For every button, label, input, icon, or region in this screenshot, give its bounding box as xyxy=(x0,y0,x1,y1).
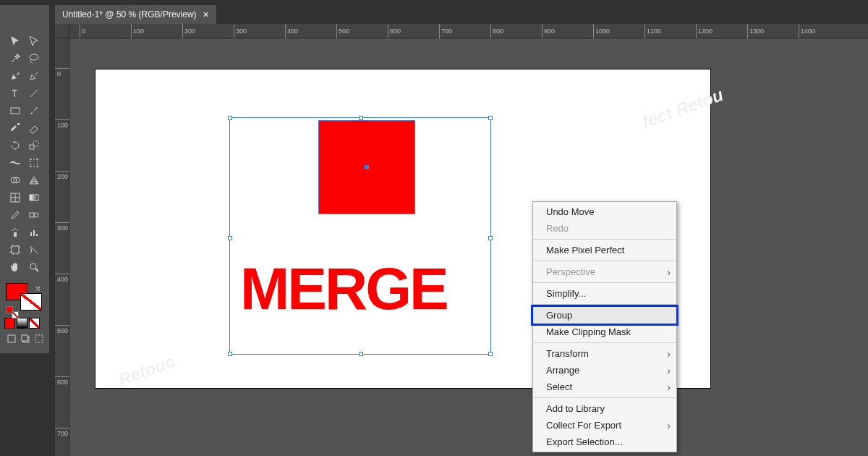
svg-rect-15 xyxy=(30,195,38,200)
ctx-separator xyxy=(533,342,676,343)
ctx-separator xyxy=(533,239,676,240)
svg-rect-7 xyxy=(30,159,38,166)
type-tool[interactable]: T xyxy=(6,85,25,102)
curvature-tool[interactable] xyxy=(25,67,43,85)
horizontal-ruler: 0 100 200 300 400 500 600 700 800 900 10… xyxy=(55,24,868,38)
ctx-make-clipping-mask[interactable]: Make Clipping Mask xyxy=(533,324,676,340)
ctx-transform[interactable]: Transform xyxy=(533,345,676,362)
svg-rect-20 xyxy=(33,230,35,236)
tab-title: Untitled-1* @ 50 % (RGB/Preview) xyxy=(62,9,197,20)
resize-handle-n[interactable] xyxy=(359,116,363,120)
rotate-tool[interactable] xyxy=(6,137,25,154)
ctx-export-selection[interactable]: Export Selection... xyxy=(533,434,676,450)
resize-handle-nw[interactable] xyxy=(228,116,232,120)
ctx-undo[interactable]: Undo Move xyxy=(533,203,676,220)
resize-handle-ne[interactable] xyxy=(488,116,493,120)
ctx-make-pixel-perfect[interactable]: Make Pixel Perfect xyxy=(533,242,676,258)
line-segment-tool[interactable] xyxy=(25,85,43,102)
resize-handle-s[interactable] xyxy=(359,352,363,356)
ctx-redo: Redo xyxy=(533,220,676,237)
perspective-grid-tool[interactable] xyxy=(25,172,43,189)
scale-tool[interactable] xyxy=(25,137,43,154)
direct-selection-tool[interactable] xyxy=(25,33,43,50)
color-mode-icon[interactable] xyxy=(4,318,15,329)
draw-behind-icon[interactable] xyxy=(20,333,30,345)
artboard-tool[interactable] xyxy=(6,241,25,258)
ctx-add-to-library[interactable]: Add to Library xyxy=(533,400,676,417)
svg-rect-22 xyxy=(12,246,19,253)
eraser-tool[interactable] xyxy=(25,119,43,137)
svg-rect-25 xyxy=(8,335,15,342)
watermark-text: fect Retou xyxy=(639,85,726,132)
blend-tool[interactable] xyxy=(25,206,43,224)
magic-wand-tool[interactable] xyxy=(6,50,25,67)
resize-handle-e[interactable] xyxy=(488,236,493,240)
ctx-select[interactable]: Select xyxy=(533,379,676,395)
ctx-collect-for-export[interactable]: Collect For Export xyxy=(533,417,676,434)
column-graph-tool[interactable] xyxy=(25,224,43,241)
draw-normal-icon[interactable] xyxy=(6,333,17,345)
svg-rect-19 xyxy=(30,232,32,236)
ctx-separator xyxy=(533,261,676,261)
svg-text:T: T xyxy=(12,88,18,99)
svg-point-10 xyxy=(30,166,31,167)
pen-tool[interactable] xyxy=(6,67,25,85)
eyedropper-tool[interactable] xyxy=(6,206,25,224)
selection-tool[interactable] xyxy=(6,33,25,50)
canvas-viewport[interactable]: Retouc fect Retou MERGE Undo Move Redo M… xyxy=(69,38,868,456)
svg-rect-28 xyxy=(35,335,43,342)
tool-panel: T ⤭ xyxy=(0,5,49,353)
ctx-arrange[interactable]: Arrange xyxy=(533,362,676,379)
svg-point-23 xyxy=(30,263,36,269)
ctx-separator xyxy=(533,397,676,398)
paintbrush-tool[interactable] xyxy=(25,102,43,119)
lasso-tool[interactable] xyxy=(25,50,43,67)
document-tab[interactable]: Untitled-1* @ 50 % (RGB/Preview) ✕ xyxy=(55,5,216,24)
stroke-swatch[interactable] xyxy=(20,293,42,311)
ctx-simplify[interactable]: Simplify... xyxy=(533,285,676,302)
resize-handle-w[interactable] xyxy=(228,236,232,240)
resize-handle-sw[interactable] xyxy=(228,352,232,356)
svg-point-17 xyxy=(34,213,38,217)
ctx-separator xyxy=(533,304,676,305)
rectangle-tool[interactable] xyxy=(6,102,25,119)
svg-line-2 xyxy=(30,90,38,97)
svg-line-24 xyxy=(35,269,38,271)
ctx-separator xyxy=(533,282,676,283)
svg-point-9 xyxy=(37,159,38,160)
default-fill-stroke-icon-2 xyxy=(12,311,19,318)
gradient-tool[interactable] xyxy=(25,189,43,206)
svg-rect-27 xyxy=(22,335,27,341)
swap-fill-stroke-icon[interactable]: ⤭ xyxy=(35,284,41,292)
close-tab-icon[interactable]: ✕ xyxy=(203,10,209,20)
slice-tool[interactable] xyxy=(25,241,43,258)
svg-point-11 xyxy=(37,166,38,167)
ctx-group[interactable]: Group xyxy=(533,307,676,324)
none-mode-icon[interactable] xyxy=(29,318,40,329)
context-menu: Undo Move Redo Make Pixel Perfect Perspe… xyxy=(532,201,677,452)
svg-point-8 xyxy=(30,159,31,160)
hand-tool[interactable] xyxy=(6,258,25,276)
symbol-sprayer-tool[interactable] xyxy=(6,224,25,241)
shaper-tool[interactable] xyxy=(6,119,25,137)
free-transform-tool[interactable] xyxy=(25,154,43,172)
ruler-origin[interactable] xyxy=(55,24,69,38)
shape-builder-tool[interactable] xyxy=(6,172,25,189)
svg-rect-3 xyxy=(11,108,20,114)
width-tool[interactable] xyxy=(6,154,25,172)
svg-rect-18 xyxy=(14,232,17,237)
object-center-point[interactable] xyxy=(365,165,369,169)
svg-rect-4 xyxy=(17,123,20,125)
selection-bounding-box[interactable] xyxy=(229,117,491,355)
watermark-text: Retouc xyxy=(116,351,178,390)
svg-rect-16 xyxy=(30,213,34,217)
draw-inside-icon[interactable] xyxy=(34,333,45,345)
gradient-mode-icon[interactable] xyxy=(17,318,27,329)
svg-rect-21 xyxy=(36,234,38,236)
fill-stroke-swatches[interactable]: ⤭ xyxy=(4,283,45,315)
mesh-tool[interactable] xyxy=(6,189,25,206)
vertical-ruler: 0 100 200 300 400 500 600 700 xyxy=(55,38,69,456)
ctx-perspective: Perspective xyxy=(533,263,676,280)
zoom-tool[interactable] xyxy=(25,258,43,276)
resize-handle-se[interactable] xyxy=(488,352,493,356)
